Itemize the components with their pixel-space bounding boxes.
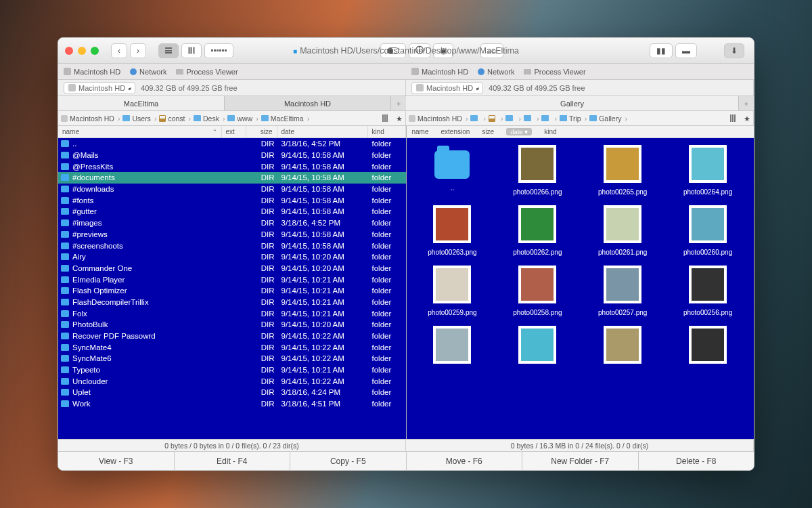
file-row[interactable]: @PressKitsDIR9/14/15, 10:58 AMfolder bbox=[58, 161, 406, 172]
maximize-button[interactable] bbox=[91, 47, 99, 55]
crumb[interactable] bbox=[470, 114, 487, 123]
file-tile[interactable] bbox=[582, 322, 663, 373]
col-ext[interactable]: ext bbox=[222, 126, 246, 137]
col-size[interactable]: size bbox=[482, 128, 494, 135]
file-tile[interactable]: photo00258.png bbox=[497, 261, 578, 320]
nav-back-button[interactable]: ‹ bbox=[111, 43, 127, 58]
terminal-button[interactable]: ▬ bbox=[675, 43, 697, 58]
loc-macintosh-hd[interactable]: Macintosh HD bbox=[64, 68, 120, 76]
delete-f8-button[interactable]: Delete - F8 bbox=[639, 452, 754, 470]
file-tile[interactable]: photo00257.png bbox=[582, 261, 663, 320]
file-row[interactable]: @MailsDIR9/14/15, 10:58 AMfolder bbox=[58, 150, 406, 161]
info-button[interactable]: ⓘ bbox=[409, 43, 430, 58]
file-row[interactable]: Commander OneDIR9/14/15, 10:20 AMfolder bbox=[58, 263, 406, 274]
file-row[interactable]: PhotoBulkDIR9/14/15, 10:20 AMfolder bbox=[58, 319, 406, 331]
col-date[interactable]: date bbox=[277, 126, 368, 137]
loc-process-viewer[interactable]: Process Viewer bbox=[524, 68, 585, 76]
file-tile[interactable]: photo00263.png bbox=[412, 201, 493, 260]
col-date[interactable]: date ▾ bbox=[506, 128, 532, 135]
pane-tab-gallery[interactable]: Gallery bbox=[406, 96, 739, 110]
file-row[interactable]: #screenshootsDIR9/14/15, 10:58 AMfolder bbox=[58, 240, 406, 251]
file-row[interactable]: ..DIR3/18/16, 4:52 PMfolder bbox=[58, 138, 406, 150]
file-tile[interactable] bbox=[412, 322, 493, 373]
list-mode-icon[interactable] bbox=[730, 114, 740, 122]
file-tile[interactable]: photo00265.png bbox=[582, 141, 663, 200]
crumb[interactable] bbox=[524, 114, 541, 123]
move-f6-button[interactable]: Move - F6 bbox=[407, 452, 523, 470]
file-row[interactable]: Flash OptimizerDIR9/14/15, 10:21 AMfolde… bbox=[58, 285, 406, 297]
file-row[interactable]: SyncMate6DIR9/14/15, 10:22 AMfolder bbox=[58, 353, 406, 364]
file-tile[interactable] bbox=[497, 322, 578, 373]
file-row[interactable]: TypeetoDIR9/14/15, 10:21 AMfolder bbox=[58, 364, 406, 376]
file-tile[interactable]: photo00256.png bbox=[667, 261, 748, 320]
view-grid-button[interactable] bbox=[204, 43, 233, 58]
minimize-button[interactable] bbox=[78, 47, 86, 55]
close-button[interactable] bbox=[65, 47, 73, 55]
col-name[interactable]: name⌃ bbox=[58, 126, 222, 137]
new-tab-button[interactable]: + bbox=[739, 96, 754, 110]
loc-process-viewer[interactable]: Process Viewer bbox=[176, 68, 238, 76]
eject-button[interactable]: ⬇ bbox=[724, 43, 744, 58]
favorite-icon[interactable]: ★ bbox=[396, 114, 403, 123]
file-tile[interactable]: photo00266.png bbox=[497, 141, 578, 200]
list-mode-icon[interactable] bbox=[382, 114, 392, 122]
file-row[interactable]: UpletDIR3/18/16, 4:24 PMfolder bbox=[58, 387, 406, 398]
crumb[interactable] bbox=[541, 114, 558, 123]
view-f3-button[interactable]: View - F3 bbox=[58, 452, 175, 470]
pane-tab-maceltima[interactable]: MacEltima bbox=[58, 96, 225, 110]
file-tile[interactable]: photo00264.png bbox=[667, 141, 748, 200]
file-row[interactable]: SyncMate4DIR9/14/15, 10:22 AMfolder bbox=[58, 341, 406, 353]
dual-pane-button[interactable]: ▮▮ bbox=[650, 43, 673, 58]
loc-macintosh-hd[interactable]: Macintosh HD bbox=[411, 68, 468, 76]
binoculars-button[interactable]: ⌕⌕ bbox=[480, 43, 503, 58]
loc-network[interactable]: Network bbox=[130, 68, 166, 76]
titlebar[interactable]: ‹ › ⓘ ◉ ⌕⌕ ▮▮ ▬ ⬇ Macintosh HD/Users/con… bbox=[58, 38, 754, 64]
file-row[interactable]: #gutterDIR9/14/15, 10:58 AMfolder bbox=[58, 206, 406, 217]
nav-forward-button[interactable]: › bbox=[130, 43, 146, 58]
file-row[interactable]: #imagesDIR3/18/16, 4:52 PMfolder bbox=[58, 217, 406, 229]
file-row[interactable]: Elmedia PlayerDIR9/14/15, 10:21 AMfolder bbox=[58, 274, 406, 285]
file-row[interactable]: #fontsDIR9/14/15, 10:58 AMfolder bbox=[58, 194, 406, 206]
copy-f5-button[interactable]: Copy - F5 bbox=[290, 452, 407, 470]
drive-selector[interactable]: Macintosh HD bbox=[411, 82, 483, 94]
crumb[interactable] bbox=[505, 114, 522, 123]
crumb[interactable]: Macintosh HD bbox=[61, 114, 121, 123]
pane-tab-macintosh-hd[interactable]: Macintosh HD bbox=[225, 96, 391, 110]
file-row[interactable]: WorkDIR3/18/16, 4:51 PMfolder bbox=[58, 398, 406, 410]
crumb[interactable]: const bbox=[159, 114, 192, 123]
edit-f4-button[interactable]: Edit - F4 bbox=[175, 452, 291, 470]
file-tile[interactable]: photo00260.png bbox=[667, 201, 748, 260]
file-row[interactable]: #downloadsDIR9/14/15, 10:58 AMfolder bbox=[58, 184, 406, 195]
crumb[interactable] bbox=[489, 114, 505, 123]
file-row[interactable]: #previewsDIR9/14/15, 10:58 AMfolder bbox=[58, 229, 406, 240]
crumb[interactable]: MacEltima bbox=[261, 114, 311, 123]
toggle-hidden-button[interactable] bbox=[380, 43, 406, 58]
col-kind[interactable]: kind bbox=[544, 128, 556, 135]
file-tile[interactable] bbox=[667, 322, 748, 373]
col-size[interactable]: size bbox=[246, 126, 277, 137]
file-list[interactable]: ..DIR3/18/16, 4:52 PMfolder@MailsDIR9/14… bbox=[58, 138, 406, 439]
parent-folder-tile[interactable]: .. bbox=[412, 141, 493, 200]
view-list-button[interactable] bbox=[158, 43, 179, 58]
col-kind[interactable]: kind bbox=[368, 126, 406, 137]
loc-network[interactable]: Network bbox=[478, 68, 514, 76]
crumb[interactable]: Desk bbox=[194, 114, 226, 123]
drive-selector[interactable]: Macintosh HD bbox=[64, 82, 135, 94]
file-row[interactable]: AiryDIR9/14/15, 10:20 AMfolder bbox=[58, 251, 406, 263]
file-row[interactable]: UnclouderDIR9/14/15, 10:22 AMfolder bbox=[58, 375, 406, 387]
crumb[interactable]: Macintosh HD bbox=[409, 114, 469, 123]
crumb[interactable]: www bbox=[227, 114, 259, 123]
file-row[interactable]: Recover PDF PassowrdDIR9/14/15, 10:22 AM… bbox=[58, 331, 406, 342]
col-ext[interactable]: extension bbox=[441, 128, 470, 135]
crumb[interactable]: Trip bbox=[560, 114, 588, 123]
new-folder-f7-button[interactable]: New Folder - F7 bbox=[522, 452, 639, 470]
crumb[interactable]: Gallery bbox=[589, 114, 629, 123]
thumbnail-grid[interactable]: ..photo00266.pngphoto00265.pngphoto00264… bbox=[407, 138, 754, 439]
view-columns-button[interactable] bbox=[181, 43, 202, 58]
file-tile[interactable]: photo00261.png bbox=[582, 201, 663, 260]
file-tile[interactable]: photo00259.png bbox=[412, 261, 493, 320]
new-tab-button[interactable]: + bbox=[391, 96, 406, 110]
file-row[interactable]: FolxDIR9/14/15, 10:21 AMfolder bbox=[58, 308, 406, 319]
favorite-icon[interactable]: ★ bbox=[744, 114, 750, 123]
quicklook-button[interactable]: ◉ bbox=[433, 43, 453, 58]
